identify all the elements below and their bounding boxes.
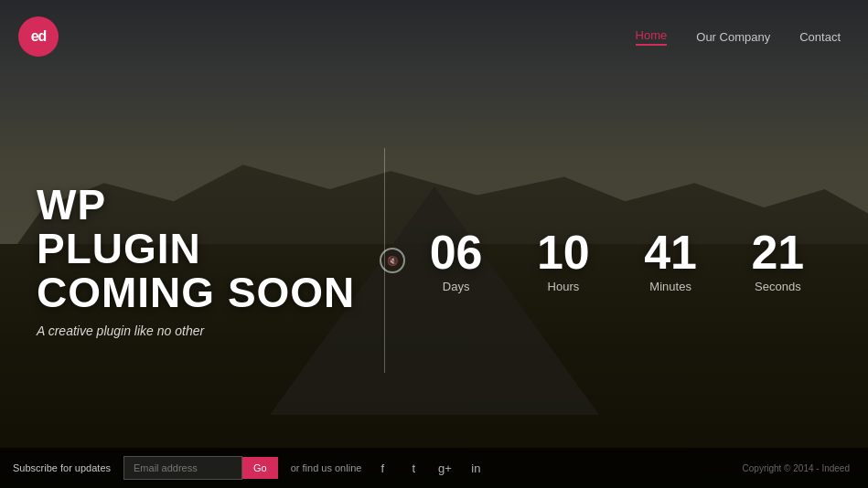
copyright: Copyright © 2014 - Indeed [743,463,850,473]
footer: Subscribe for updates Go or find us onli… [0,448,868,488]
hours-label: Hours [537,280,590,293]
minutes-number: 41 [644,228,697,276]
go-button[interactable]: Go [242,457,278,479]
main-content: WP PLUGIN COMING SOON A creative plugin … [0,73,868,448]
header: ed Home Our Company Contact [0,0,868,73]
seconds-label: Seconds [751,280,804,293]
facebook-icon[interactable]: f [372,458,392,478]
hero-line3: COMING SOON [37,269,355,316]
page-wrapper: ed Home Our Company Contact WP PLUGIN CO… [0,0,868,488]
social-icons: f t g+ in [372,458,486,478]
mute-button[interactable]: 🔇 [380,248,405,273]
find-us-label: or find us online [291,462,362,473]
email-input[interactable] [123,456,242,480]
hero-line1: WP [37,181,106,228]
nav-contact[interactable]: Contact [799,30,841,44]
minutes-label: Minutes [644,280,697,293]
hours-number: 10 [537,228,590,276]
countdown-days: 06 Days [430,228,483,293]
linkedin-icon[interactable]: in [466,458,486,478]
logo-text: ed [31,28,47,45]
navigation: Home Our Company Contact [636,28,841,46]
days-label: Days [430,280,483,293]
hero-line2: PLUGIN [37,225,201,272]
gplus-icon[interactable]: g+ [434,458,455,478]
days-number: 06 [430,228,483,276]
subscribe-label: Subscribe for updates [0,462,123,473]
mute-icon: 🔇 [387,256,398,266]
hero-text: WP PLUGIN COMING SOON A creative plugin … [37,183,355,339]
countdown-hours: 10 Hours [537,228,590,293]
nav-home[interactable]: Home [636,28,668,46]
countdown-minutes: 41 Minutes [644,228,697,293]
nav-our-company[interactable]: Our Company [696,30,770,44]
hero-subtitle: A creative plugin like no other [37,324,355,338]
hero-title: WP PLUGIN COMING SOON [37,183,355,315]
seconds-number: 21 [751,228,804,276]
logo[interactable]: ed [18,16,59,57]
countdown-section: 06 Days 10 Hours 41 Minutes 21 Seconds [402,228,831,293]
twitter-icon[interactable]: t [403,458,423,478]
countdown-seconds: 21 Seconds [751,228,804,293]
